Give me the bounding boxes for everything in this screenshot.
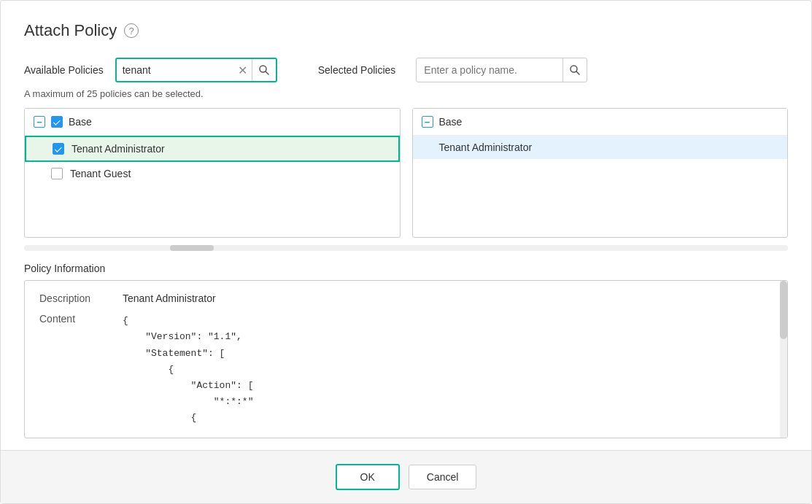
left-policy-item-0[interactable]: Tenant Administrator — [25, 136, 400, 162]
content-value: { "Version": "1.1", "Statement": [ { "Ac… — [123, 313, 253, 426]
panels-row: − Base Tenant Administrator Tenant Guest… — [24, 108, 788, 238]
policy-info-section: Policy Information Description Tenant Ad… — [24, 263, 788, 438]
content-label: Content — [39, 313, 105, 426]
svg-line-1 — [266, 71, 268, 74]
search-icon — [258, 64, 270, 76]
selected-search-box — [416, 58, 587, 82]
description-label: Description — [39, 292, 105, 304]
available-policies-panel: − Base Tenant Administrator Tenant Guest — [24, 108, 401, 238]
selected-search-input[interactable] — [417, 64, 562, 76]
left-group-name: Base — [69, 116, 92, 128]
search-available-button[interactable] — [252, 59, 276, 81]
right-group-header: − Base — [413, 109, 788, 136]
dialog-footer: OK Cancel — [1, 450, 811, 503]
description-value: Tenant Administrator — [123, 292, 216, 304]
right-policy-item-0[interactable]: Tenant Administrator — [413, 136, 788, 159]
info-scrollbar[interactable] — [780, 281, 787, 438]
horizontal-scrollbar[interactable] — [24, 245, 788, 251]
left-policy-item-1[interactable]: Tenant Guest — [25, 162, 400, 185]
search-selected-button[interactable] — [562, 58, 587, 82]
policy-info-title: Policy Information — [24, 263, 788, 274]
left-policy-name-1: Tenant Guest — [70, 168, 131, 179]
help-icon[interactable]: ? — [124, 23, 139, 38]
right-group-name: Base — [439, 116, 463, 128]
available-search-box: ✕ — [115, 58, 277, 82]
right-policy-name-0: Tenant Administrator — [439, 141, 533, 153]
selected-policies-label: Selected Policies — [318, 64, 396, 76]
available-policies-label: Available Policies — [24, 64, 104, 76]
svg-line-3 — [576, 71, 579, 74]
dialog-title-row: Attach Policy ? — [24, 21, 788, 40]
search-selected-icon — [569, 64, 581, 76]
policies-header-row: Available Policies ✕ Selected Policies — [24, 58, 788, 82]
selected-policies-panel: − Base Tenant Administrator — [412, 108, 789, 238]
cancel-button[interactable]: Cancel — [409, 465, 477, 489]
available-search-input[interactable] — [117, 64, 233, 76]
clear-search-button[interactable]: ✕ — [233, 63, 252, 77]
left-policy-checkbox-1[interactable] — [51, 168, 63, 179]
ok-button[interactable]: OK — [336, 464, 400, 490]
left-collapse-icon[interactable]: − — [34, 116, 45, 128]
left-policy-name-0: Tenant Administrator — [71, 143, 165, 155]
attach-policy-dialog: Attach Policy ? Available Policies ✕ Sel… — [0, 0, 812, 504]
left-group-header: − Base — [25, 109, 400, 136]
left-policy-checkbox-0[interactable] — [53, 143, 64, 155]
content-row: Content { "Version": "1.1", "Statement":… — [39, 313, 773, 426]
description-row: Description Tenant Administrator — [39, 292, 773, 304]
dialog-title-text: Attach Policy — [24, 21, 117, 40]
policy-info-box: Description Tenant Administrator Content… — [24, 280, 788, 438]
right-collapse-icon[interactable]: − — [422, 116, 433, 128]
max-notice: A maximum of 25 policies can be selected… — [24, 88, 788, 99]
left-group-checkbox[interactable] — [51, 116, 63, 128]
